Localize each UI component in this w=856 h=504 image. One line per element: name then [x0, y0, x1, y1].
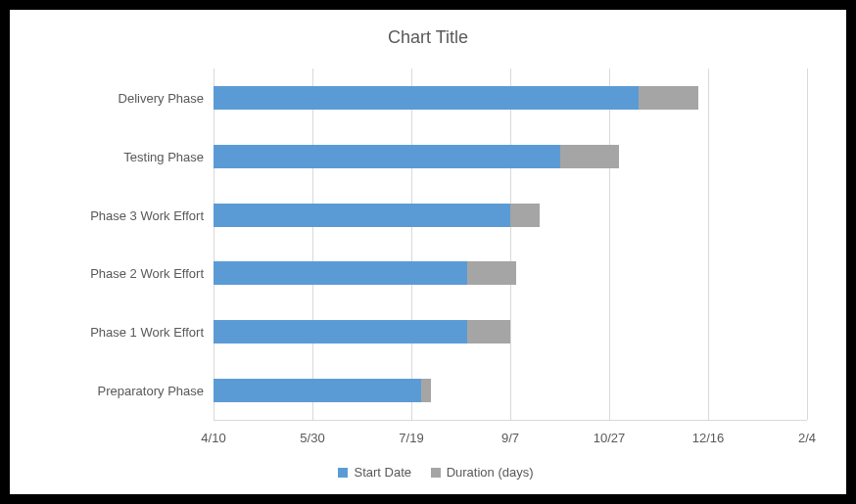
bar-duration [639, 86, 698, 110]
chart-row: Preparatory Phase [214, 361, 807, 420]
legend-swatch-start [338, 468, 348, 478]
legend-label-duration: Duration (days) [447, 465, 534, 480]
x-axis-label: 2/4 [798, 431, 816, 445]
x-axis-label: 10/27 [594, 431, 626, 445]
legend-swatch-duration [431, 468, 441, 478]
plot-area: Delivery PhaseTesting PhasePhase 3 Work … [214, 69, 807, 421]
legend: Start Date Duration (days) [10, 464, 846, 480]
bar-start-date [214, 86, 639, 110]
bar-start-date [214, 204, 510, 227]
chart-row: Phase 2 Work Effort [214, 245, 807, 303]
chart-row: Delivery Phase [214, 69, 807, 127]
chart-row: Phase 1 Work Effort [214, 302, 807, 361]
gridline [807, 69, 808, 420]
bar-duration [560, 145, 620, 168]
y-axis-label: Testing Phase [10, 149, 204, 163]
chart-title: Chart Title [10, 27, 846, 48]
x-axis-label: 5/30 [300, 431, 324, 445]
bar-start-date [214, 145, 560, 168]
legend-label-start: Start Date [354, 465, 411, 480]
chart-row: Phase 3 Work Effort [214, 186, 807, 245]
x-axis-label: 4/10 [201, 431, 225, 445]
bar-duration [510, 204, 540, 227]
y-axis-label: Delivery Phase [10, 90, 204, 105]
x-axis-label: 12/16 [692, 431, 725, 445]
bar-duration [467, 261, 517, 285]
bar-duration [467, 320, 510, 344]
bar-start-date [214, 320, 467, 344]
y-axis-label: Phase 1 Work Effort [10, 325, 204, 340]
chart-row: Testing Phase [214, 127, 807, 186]
x-axis-label: 7/19 [399, 431, 423, 445]
bar-duration [421, 379, 431, 402]
bar-start-date [214, 261, 467, 285]
y-axis-label: Preparatory Phase [10, 384, 204, 398]
x-axis-label: 9/7 [501, 431, 519, 445]
y-axis-label: Phase 3 Work Effort [10, 207, 204, 222]
bar-start-date [214, 379, 421, 402]
gantt-chart: Chart Title Delivery PhaseTesting PhaseP… [10, 10, 846, 494]
y-axis-label: Phase 2 Work Effort [10, 266, 204, 281]
